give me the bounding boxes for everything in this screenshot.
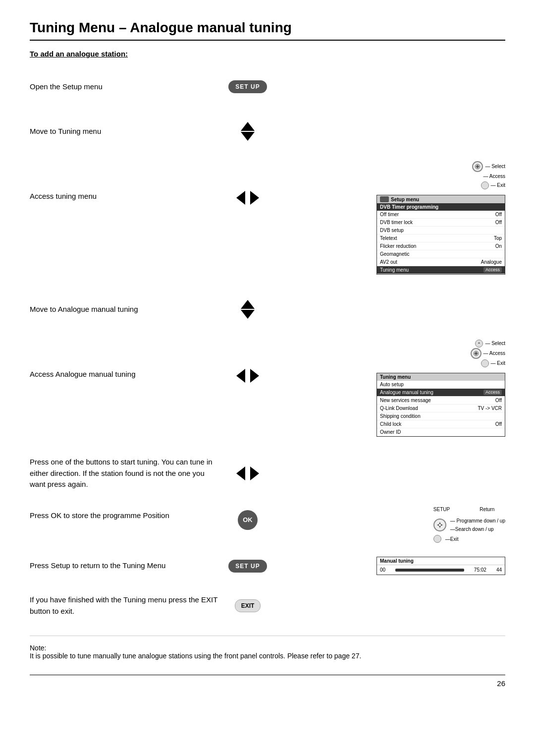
setup-label: SETUP <box>433 505 450 514</box>
programme-search-labels: — Programme down / up —Search down / up <box>450 517 505 533</box>
step-text-press-ok: Press OK to store the programme Position <box>30 505 218 522</box>
step-text-press-setup: Press Setup to return to the Tuning Menu <box>30 560 218 572</box>
svg-marker-11 <box>439 522 441 524</box>
step-press-exit: If you have finished with the Tuning men… <box>30 591 505 621</box>
exit-icon-small <box>433 535 441 543</box>
setup-menu-header: DVB Timer programming <box>377 203 505 211</box>
menu-row-auto-setup: Auto setup <box>377 381 505 389</box>
manual-tuning-box: Manual tuning 00 75:02 44 <box>376 557 505 575</box>
arrow-up-icon-2 <box>241 300 255 309</box>
arrow-left-icon-1 <box>236 191 245 205</box>
arrow-down-icon-2 <box>241 310 255 319</box>
hint-select: — Select <box>485 162 505 171</box>
step-icon-exit: EXIT <box>218 599 277 612</box>
step-icon-arrows-lr-1 <box>218 161 277 205</box>
step-text-press-tune: Press one of the buttons to start tuning… <box>30 457 218 490</box>
step-diagram-ok: SETUP Return — Programme down / up —Sear… <box>277 505 505 546</box>
step-press-ok: Press OK to store the programme Position… <box>30 505 505 546</box>
hint-select-2: — Select <box>485 339 505 348</box>
tuning-bar <box>395 569 464 572</box>
manual-tuning-bar-row: 00 75:02 44 <box>377 565 505 575</box>
step-access-analogue: Access Analogue manual tuning — Select <box>30 339 505 437</box>
step-move-tuning: Move to Tuning menu <box>30 116 505 146</box>
menu-row-child-lock: Child lockOff <box>377 420 505 428</box>
tuning-val-3: 44 <box>496 567 502 573</box>
step-press-setup: Press Setup to return to the Tuning Menu… <box>30 551 505 581</box>
tuning-menu-box: Tuning menu Auto setup Analogue manual t… <box>376 373 505 437</box>
arrow-right-icon-3 <box>250 466 259 480</box>
hint-access-2: — Access <box>483 349 505 358</box>
exit-button[interactable]: EXIT <box>235 599 261 612</box>
step-open-setup: Open the Setup menu SET UP <box>30 72 505 102</box>
step-icon-ok: OK <box>218 505 277 530</box>
arrow-down-icon <box>241 132 255 141</box>
arrow-right-icon-2 <box>250 369 259 383</box>
page-subtitle: To add an analogue station: <box>30 50 505 58</box>
menu-row-shipping: Shipping condition <box>377 412 505 420</box>
tuning-val-1: 00 <box>380 567 385 573</box>
hint-access: — Access <box>483 172 505 181</box>
menu-row-flicker: Flicker reductionOn <box>377 242 505 250</box>
hint-exit-2: — Exit <box>491 359 505 368</box>
step-text-access-analogue: Access Analogue manual tuning <box>30 339 218 380</box>
step-icon-arrows-lr-3 <box>218 466 277 480</box>
arrow-right-icon-1 <box>250 191 259 205</box>
page-title: Tuning Menu – Analogue manual tuning <box>30 20 505 41</box>
svg-marker-5 <box>478 342 480 344</box>
step-text-press-exit: If you have finished with the Tuning men… <box>30 594 218 617</box>
setup-button[interactable]: SET UP <box>228 80 267 93</box>
menu-row-dvb-timer: DVB timer lockOff <box>377 219 505 227</box>
svg-marker-13 <box>437 524 439 526</box>
menu-row-teletext: TeletextTop <box>377 234 505 242</box>
step-press-tune: Press one of the buttons to start tuning… <box>30 457 505 490</box>
manual-tuning-title: Manual tuning <box>377 557 505 565</box>
setup-return-hints: SETUP Return — Programme down / up —Sear… <box>433 505 505 543</box>
setup-menu-title: Setup menu <box>377 195 505 203</box>
step-move-analogue: Move to Analogue manual tuning <box>30 294 505 324</box>
step-diagram-manual-tuning: Manual tuning 00 75:02 44 <box>277 557 505 575</box>
return-label: Return <box>480 505 494 514</box>
menu-row-qlink: Q-Link DownloadTV -> VCR <box>377 405 505 412</box>
menu-row-geomagnetic: Geomagnetic <box>377 250 505 258</box>
arrow-up-icon <box>241 122 255 131</box>
exit-label-ok: —Exit <box>445 535 459 543</box>
menu-row-tuning: Tuning menuAccess <box>377 266 505 274</box>
step-icon-setup: SET UP <box>218 80 277 93</box>
setup-menu-box: Setup menu DVB Timer programming Off tim… <box>376 195 505 275</box>
menu-row-av2: AV2 outAnalogue <box>377 258 505 266</box>
setup-button-2[interactable]: SET UP <box>228 560 267 573</box>
menu-row-owner-id: Owner ID <box>377 428 505 436</box>
page-number: 26 <box>30 675 505 688</box>
tuning-menu-title: Tuning menu <box>377 373 505 381</box>
step-diagram-tuning-menu: — Select — Access — Exit Tuning menu Au <box>277 339 505 437</box>
svg-marker-14 <box>441 524 443 526</box>
note-section: Note: It is possible to tune manually tu… <box>30 636 505 660</box>
dpad-icon <box>433 519 446 531</box>
step-text-move-analogue: Move to Analogue manual tuning <box>30 304 218 315</box>
step-text-open-setup: Open the Setup menu <box>30 81 218 93</box>
svg-marker-12 <box>439 526 441 528</box>
ok-button[interactable]: OK <box>238 510 258 530</box>
step-text-access-tuning: Access tuning menu <box>30 161 218 202</box>
arrow-left-icon-3 <box>236 466 245 480</box>
step-icon-arrows-lr-2 <box>218 339 277 383</box>
menu-row-analogue-manual: Analogue manual tuningAccess <box>377 389 505 397</box>
step-icon-arrows-updown-1 <box>218 122 277 141</box>
step-access-tuning: Access tuning menu — Select — Access <box>30 161 505 275</box>
step-text-move-tuning: Move to Tuning menu <box>30 126 218 137</box>
menu-row-dvb-setup: DVB setup <box>377 227 505 234</box>
menu-row-off-timer: Off timerOff <box>377 211 505 219</box>
step-icon-setup-2: SET UP <box>218 560 277 573</box>
step-diagram-setup-menu: — Select — Access — Exit Setup menu DVB … <box>277 161 505 275</box>
note-label: Note: <box>30 644 505 652</box>
hint-exit-1: — Exit <box>491 181 505 190</box>
menu-row-new-services: New services messageOff <box>377 397 505 405</box>
tuning-val-2: 75:02 <box>474 567 486 573</box>
step-icon-arrows-updown-2 <box>218 300 277 319</box>
arrow-left-icon-2 <box>236 369 245 383</box>
note-text: It is possible to tune manually tune ana… <box>30 652 505 660</box>
